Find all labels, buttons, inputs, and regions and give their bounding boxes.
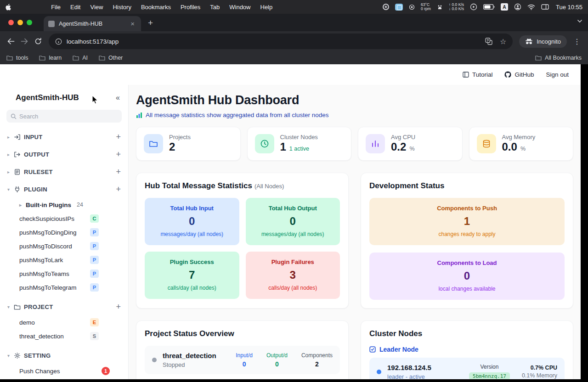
menu-view[interactable]: View: [90, 4, 103, 11]
sidebar-search[interactable]: [6, 110, 122, 123]
add-input-button[interactable]: +: [116, 132, 121, 142]
sidebar-item-plugin[interactable]: pushMsgToTelegram P: [0, 281, 128, 294]
tile-total-hub-output: Total Hub Output 0 messages/day (all nod…: [246, 198, 340, 245]
builtin-plugins-count: 24: [77, 202, 83, 208]
sidebar-section-output[interactable]: ▸ OUTPUT +: [0, 146, 128, 163]
bookmark-folder-ai[interactable]: AI: [73, 55, 88, 61]
chevron-down-icon[interactable]: ▾: [7, 353, 14, 358]
add-plugin-button[interactable]: +: [116, 185, 121, 194]
sidebar-section-project[interactable]: ▾ PROJECT +: [0, 298, 128, 315]
sidebar-section-plugin[interactable]: ▾ PLUGIN +: [0, 180, 128, 198]
menu-edit[interactable]: Edit: [70, 4, 80, 11]
screenshot-app-icon[interactable]: [395, 4, 403, 11]
menu-bookmarks[interactable]: Bookmarks: [141, 4, 171, 11]
menu-tab[interactable]: Tab: [210, 4, 220, 11]
incognito-icon: [525, 39, 533, 45]
tab-close-icon[interactable]: ×: [129, 19, 136, 28]
menu-file[interactable]: File: [51, 4, 61, 11]
sidebar-item-load-local-components[interactable]: Load Local Components: [0, 378, 128, 379]
sidebar-item-project[interactable]: threat_detection S: [0, 329, 128, 343]
menubar-status-area: 63°C 0 rpm ↑ 0.0 K/s ↓ 0.0 K/s A Tue 10:…: [383, 3, 582, 11]
signout-link[interactable]: Sign out: [546, 71, 569, 78]
chevron-down-icon[interactable]: ▾: [7, 304, 14, 309]
sidebar-section-ruleset[interactable]: ▸ RULESET +: [0, 163, 128, 180]
sidebar-item-plugin[interactable]: pushMsgToTeams P: [0, 267, 128, 281]
sidebar-item-plugin[interactable]: pushMsgToLark P: [0, 253, 128, 267]
sidebar-section-input[interactable]: ▸ INPUT +: [0, 128, 128, 146]
add-ruleset-button[interactable]: +: [116, 167, 121, 177]
database-icon: [477, 134, 496, 153]
panel-title: Project Status Overview: [145, 329, 340, 338]
fan-icon[interactable]: [409, 4, 415, 10]
component-type-badge: P: [90, 270, 99, 278]
close-window-button[interactable]: [8, 20, 14, 25]
new-tab-button[interactable]: +: [148, 18, 153, 28]
bookmark-star-icon[interactable]: ☆: [500, 37, 506, 46]
sidebar-section-setting[interactable]: ▾ SETTING: [0, 347, 128, 364]
site-info-icon[interactable]: [55, 38, 62, 45]
zoom-window-button[interactable]: [27, 20, 32, 25]
input-source-icon[interactable]: A: [501, 3, 508, 11]
sidebar-item-plugin[interactable]: pushMsgToDiscord P: [0, 239, 128, 253]
sidebar-item-project[interactable]: demo E: [0, 315, 128, 329]
menu-profiles[interactable]: Profiles: [181, 4, 200, 11]
menubar-clock[interactable]: Tue 10:55: [556, 4, 582, 11]
url-text[interactable]: localhost:5173/app: [67, 38, 119, 45]
sidebar-search-input[interactable]: [19, 113, 118, 120]
add-project-button[interactable]: +: [116, 302, 121, 312]
github-link[interactable]: GitHub: [504, 71, 534, 78]
screen-record-icon[interactable]: [383, 4, 389, 10]
chevron-down-icon[interactable]: ▾: [7, 187, 14, 192]
node-memory: 0.1% Memory: [522, 372, 557, 379]
menu-help[interactable]: Help: [260, 4, 273, 11]
apple-icon[interactable]: [6, 4, 11, 11]
sidebar-collapse-icon[interactable]: «: [116, 94, 119, 102]
chevron-right-icon[interactable]: ▸: [7, 135, 14, 140]
bookmark-folder-other[interactable]: Other: [99, 55, 123, 61]
menu-history[interactable]: History: [113, 4, 131, 11]
github-icon: [504, 71, 511, 78]
sidebar-item-push-changes[interactable]: Push Changes 1: [0, 364, 128, 378]
tab-title: AgentSmith-HUB: [59, 21, 129, 27]
stat-card-projects: Projects 2: [136, 127, 241, 161]
folder-icon: [73, 55, 79, 61]
forward-icon[interactable]: [17, 34, 31, 48]
battery-icon[interactable]: [483, 4, 495, 10]
add-output-button[interactable]: +: [116, 150, 121, 159]
tutorial-link[interactable]: Tutorial: [463, 71, 493, 78]
wifi-icon[interactable]: [527, 4, 535, 10]
display-settings-icon[interactable]: [541, 4, 549, 10]
minimize-window-button[interactable]: [17, 20, 23, 25]
download-arrow-icon: ↓: [449, 6, 451, 11]
browser-toolbar: localhost:5173/app ☆ Incognito ⋮: [0, 31, 588, 51]
tab-search-chevron-icon[interactable]: [577, 19, 582, 23]
sidebar-item-plugin[interactable]: checkSuspiciousIPs C: [0, 212, 128, 225]
all-bookmarks-button[interactable]: All Bookmarks: [535, 55, 582, 61]
chevron-right-icon[interactable]: ▸: [7, 169, 14, 174]
project-icon: [14, 303, 24, 310]
sidebar-item-plugin[interactable]: pushMsgToDingDing P: [0, 225, 128, 239]
component-type-badge: P: [90, 242, 99, 250]
node-role: leader - active: [387, 373, 431, 379]
translate-icon[interactable]: [485, 38, 492, 45]
bookmark-folder-tools[interactable]: tools: [6, 55, 28, 61]
chevron-right-icon[interactable]: ▸: [19, 202, 25, 208]
project-row[interactable]: threat_detection Stopped Input/d0 Output…: [145, 346, 340, 374]
address-bar[interactable]: localhost:5173/app ☆: [49, 34, 513, 49]
play-status-icon[interactable]: [470, 3, 477, 11]
net-monitor-icon[interactable]: [437, 4, 443, 10]
push-changes-count-badge: 1: [102, 367, 110, 375]
sidebar-item-builtin-plugins[interactable]: ▸ Built-in Plugins 24: [0, 198, 128, 212]
menu-window[interactable]: Window: [229, 4, 250, 11]
user-account-icon[interactable]: [514, 3, 521, 11]
reload-icon[interactable]: [31, 34, 45, 48]
chrome-menu-icon[interactable]: ⋮: [570, 37, 584, 46]
panel-subtitle: (All Nodes): [254, 183, 284, 190]
chevron-right-icon[interactable]: ▸: [7, 152, 14, 157]
folder-icon: [39, 55, 45, 61]
back-icon[interactable]: [4, 34, 17, 48]
search-icon: [11, 113, 17, 119]
bar-chart-icon: [366, 134, 385, 153]
bookmark-folder-learn[interactable]: learn: [39, 55, 62, 61]
browser-tab[interactable]: AgentSmith-HUB ×: [44, 16, 141, 31]
